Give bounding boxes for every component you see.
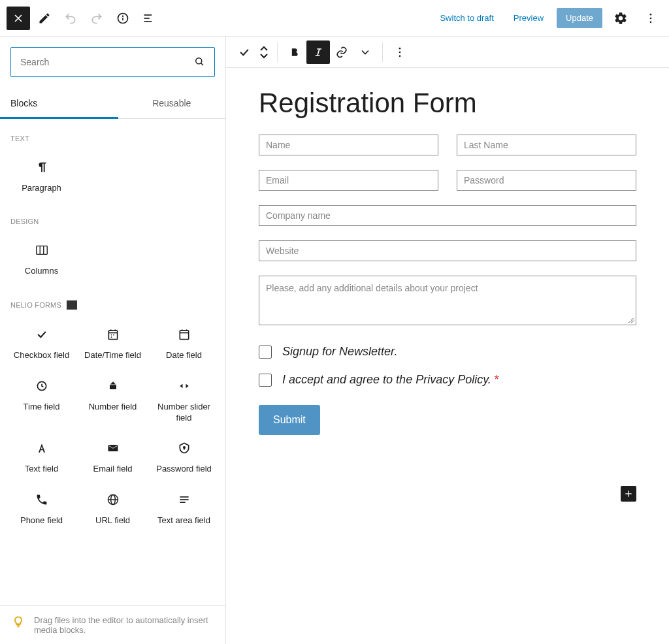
svg-rect-35 [180, 496, 188, 498]
checkbox-privacy[interactable] [259, 374, 272, 387]
section-header-text: TEXT [0, 125, 225, 148]
block-checkbox-field[interactable]: Checkbox field [7, 317, 76, 368]
svg-marker-28 [180, 383, 182, 388]
block-textarea-field[interactable]: Text area field [149, 483, 219, 533]
svg-rect-5 [144, 21, 152, 22]
block-time-field[interactable]: Time field [7, 369, 76, 430]
link-button[interactable] [330, 40, 353, 64]
svg-point-2 [123, 16, 123, 16]
block-date-field[interactable]: Date field [149, 317, 219, 368]
move-up-down-button[interactable] [256, 46, 272, 59]
close-inserter-button[interactable] [7, 7, 30, 30]
svg-point-39 [399, 51, 401, 53]
phone-icon [35, 492, 48, 507]
form-plugin-icon [67, 300, 77, 310]
block-number-slider-field[interactable]: Number slider field [149, 369, 219, 430]
edit-icon[interactable] [33, 7, 56, 30]
field-company[interactable]: Company name [259, 205, 636, 226]
preview-button[interactable]: Preview [507, 9, 550, 27]
update-button[interactable]: Update [557, 8, 602, 28]
tab-blocks-label: Blocks [10, 98, 37, 108]
block-number-field[interactable]: Number field [78, 369, 148, 430]
check-icon [35, 327, 48, 342]
undo-button[interactable] [59, 7, 82, 30]
block-options-button[interactable] [388, 40, 412, 64]
italic-button[interactable] [306, 40, 330, 64]
svg-point-38 [399, 47, 401, 49]
redo-button[interactable] [85, 7, 108, 30]
svg-point-7 [650, 17, 652, 19]
svg-rect-11 [36, 246, 47, 254]
field-name[interactable]: Name [259, 135, 438, 155]
svg-rect-4 [144, 18, 150, 19]
block-toolbar [226, 37, 669, 68]
svg-rect-26 [110, 385, 116, 389]
field-email[interactable]: Email [259, 170, 438, 191]
field-details[interactable]: Please, add any additional details about… [259, 276, 636, 325]
svg-rect-21 [180, 330, 188, 339]
svg-point-40 [399, 55, 401, 57]
svg-point-8 [650, 21, 652, 23]
svg-rect-3 [144, 14, 152, 16]
number-icon [106, 378, 120, 394]
more-format-button[interactable] [353, 40, 377, 64]
block-password-field[interactable]: Password field [149, 431, 219, 481]
search-icon [193, 56, 205, 69]
globe-icon [106, 492, 120, 507]
info-button[interactable] [111, 7, 135, 30]
block-email-field[interactable]: Email field [78, 431, 148, 481]
block-phone-field[interactable]: Phone field [7, 483, 76, 533]
svg-marker-29 [186, 383, 188, 388]
textarea-icon [178, 492, 191, 507]
block-paragraph[interactable]: Paragraph [7, 150, 76, 201]
block-columns[interactable]: Columns [7, 233, 76, 283]
email-icon [106, 440, 120, 456]
inserter-hint: Drag files into the editor to automatica… [0, 605, 225, 644]
checkbox-newsletter[interactable] [259, 346, 272, 359]
field-password[interactable]: Password [457, 170, 636, 191]
calendar-time-icon [106, 327, 120, 342]
block-datetime-field[interactable]: Date/Time field [78, 317, 148, 368]
search-input[interactable] [20, 57, 193, 67]
section-header-design: DESIGN [0, 208, 225, 231]
svg-point-19 [113, 334, 114, 336]
field-website[interactable]: Website [259, 240, 636, 261]
switch-to-draft-button[interactable]: Switch to draft [433, 9, 500, 27]
settings-button[interactable] [609, 7, 632, 30]
slider-icon [178, 378, 191, 394]
calendar-icon [178, 327, 191, 342]
bulb-icon [12, 615, 25, 635]
svg-line-10 [201, 63, 203, 65]
block-text-field[interactable]: Text field [7, 431, 76, 481]
tab-reusable[interactable]: Reusable [118, 88, 226, 118]
svg-point-20 [110, 336, 112, 338]
more-menu-button[interactable] [639, 7, 662, 30]
editor-canvas[interactable]: Registration Form Name Last Name Email P… [226, 68, 669, 644]
svg-point-9 [196, 57, 202, 63]
paragraph-icon [35, 159, 49, 175]
tab-blocks[interactable]: Blocks [0, 88, 118, 118]
svg-marker-27 [110, 381, 115, 384]
text-icon [35, 440, 48, 456]
clock-icon [35, 378, 48, 394]
svg-point-18 [110, 334, 112, 336]
checkbox-privacy-label[interactable]: I accept and agree to the Privacy Policy… [282, 373, 499, 387]
select-parent-button[interactable] [233, 40, 256, 64]
outline-button[interactable] [137, 7, 161, 30]
checkbox-newsletter-label[interactable]: Signup for Newsletter. [282, 345, 397, 359]
svg-point-6 [650, 13, 652, 15]
submit-button[interactable]: Submit [259, 405, 320, 435]
field-last-name[interactable]: Last Name [457, 135, 636, 155]
add-block-button[interactable] [621, 486, 636, 502]
page-title[interactable]: Registration Form [259, 88, 636, 119]
block-inserter-panel: Blocks Reusable TEXT Paragraph DESIGN [0, 37, 226, 644]
hint-text: Drag files into the editor to automatica… [34, 615, 214, 635]
columns-icon [35, 242, 49, 258]
bold-button[interactable] [283, 40, 306, 64]
svg-rect-36 [180, 500, 188, 501]
block-url-field[interactable]: URL field [78, 483, 148, 533]
required-mark: * [495, 373, 499, 386]
section-header-forms: NELIO FORMS [0, 291, 225, 315]
block-search-box[interactable] [10, 47, 215, 77]
svg-rect-37 [180, 502, 185, 504]
